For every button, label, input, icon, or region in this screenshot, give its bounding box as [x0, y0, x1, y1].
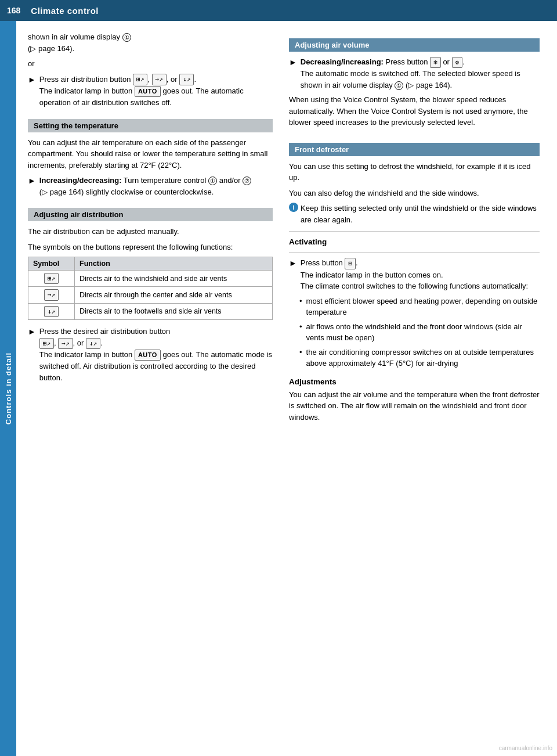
btn-windshield-press: ⊞↗	[39, 338, 54, 349]
press-btn-item: ► Press button ⊟. The indicator lamp in …	[289, 257, 540, 291]
temp-para: You can adjust the air temperature on ea…	[28, 137, 273, 171]
climate-switches: The climate control switches to the foll…	[301, 282, 528, 290]
decreasing-label: Decreasing/increasing:	[301, 57, 384, 66]
subsection-activating: Activating	[289, 237, 540, 246]
section-header-temp: Setting the temperature	[28, 119, 273, 132]
arrow-icon-4: ►	[289, 56, 297, 91]
table-col2: Function	[75, 257, 273, 271]
sidebar: Controls in detail	[0, 21, 16, 756]
info-text: Keep this setting selected only until th…	[301, 203, 540, 225]
circle-1: ①	[208, 177, 217, 185]
btn-blower: ⚙	[452, 57, 463, 68]
table-row: ↓↗ Directs air to the footwells and side…	[28, 303, 273, 319]
header-bar: 168 Climate control	[0, 0, 557, 21]
btn-footwell-table: ↓↗	[44, 306, 59, 317]
section-header-front-def: Front defroster	[289, 143, 540, 156]
front-def-para2: You can also defog the windshield and th…	[289, 188, 540, 199]
divider-1	[289, 231, 540, 232]
btn-snowflake: ❄	[430, 57, 441, 68]
section-header-air-dist: Adjusting air distribution	[28, 208, 273, 221]
arrow-icon-5: ►	[289, 257, 297, 291]
main-content: shown in air volume display ① (▷ page 16…	[16, 21, 557, 437]
indicator-text-1a: The indicator lamp in button	[39, 87, 132, 95]
page-number: 168	[7, 6, 20, 15]
btn-footwell-press: ↓↗	[86, 338, 100, 349]
function-1: Directs air to the windshield and side a…	[75, 271, 273, 287]
intro-para: shown in air volume display ① (▷ page 16…	[28, 31, 273, 54]
air-dist-para1: The air distribution can be adjusted man…	[28, 226, 273, 237]
page-ref-164: (▷ page 164).	[406, 81, 452, 89]
bullet-text-2: air flows onto the windshield and the fr…	[306, 321, 540, 344]
arrow-icon-2: ►	[28, 175, 36, 197]
air-dist-para2: The symbols on the buttons represent the…	[28, 242, 273, 253]
divider-2	[289, 252, 540, 253]
or-text: or	[28, 58, 273, 70]
subsection-adjustments: Adjustments	[289, 377, 540, 386]
btn-center-press: →↗	[58, 338, 73, 349]
symbol-3: ↓↗	[28, 303, 75, 319]
bullet-list: • most efficient blower speed and heatin…	[289, 296, 540, 369]
circle-7: ⑦	[243, 177, 251, 185]
sidebar-label: Controls in detail	[4, 352, 13, 424]
increasing-label: Increasing/decreasing:	[39, 176, 122, 185]
auto-btn-1: AUTO	[135, 86, 161, 97]
info-block: i Keep this setting selected only until …	[289, 203, 540, 225]
auto-btn-2: AUTO	[135, 350, 161, 361]
press-air-dist-item: ► Press air distribution button ⊞↗, →↗, …	[28, 74, 273, 109]
increasing-item: ► Increasing/decreasing: Turn temperatur…	[28, 175, 273, 197]
intro-text-1: shown in air volume display	[28, 33, 120, 41]
decreasing-text: Decreasing/increasing: Press button ❄ or…	[301, 56, 540, 91]
btn-windshield-table: ⊞↗	[44, 273, 59, 284]
arrow-icon-1: ►	[28, 74, 36, 109]
btn-defroster: ⊟	[345, 258, 356, 269]
symbol-1: ⊞↗	[28, 271, 75, 287]
bullet-dot-1: •	[299, 296, 302, 318]
table-col1: Symbol	[28, 257, 75, 271]
press-btn-text: Press button ⊟. The indicator lamp in th…	[301, 257, 528, 291]
chapter-title: Climate control	[31, 6, 99, 16]
function-2: Directs air through the center and side …	[75, 287, 273, 303]
section-header-adj-vol: Adjusting air volume	[289, 38, 540, 52]
info-icon: i	[289, 203, 298, 212]
symbol-2: →↗	[28, 287, 75, 303]
lamp-comes-on: The indicator lamp in the button comes o…	[301, 271, 443, 279]
page-ref-temp: (▷ page 164) slightly clockwise or count…	[39, 188, 214, 196]
btn-center-left: →↗	[152, 74, 167, 85]
indicator-text-3: The indicator lamp in button	[39, 350, 132, 359]
intro-text-2: (▷ page 164).	[28, 44, 74, 53]
circle-11-right: ①	[395, 81, 403, 90]
bullet-text-3: the air conditioning compressor switches…	[306, 347, 540, 369]
table-row: ⊞↗ Directs air to the windshield and sid…	[28, 271, 273, 287]
circle-11-left: ①	[122, 33, 131, 42]
arrow-icon-3: ►	[28, 326, 36, 383]
press-air-dist-text: Press air distribution button ⊞↗, →↗, or…	[39, 74, 273, 109]
btn-windshield-left: ⊞↗	[133, 74, 147, 85]
bullet-item-3: • the air conditioning compressor switch…	[299, 347, 540, 369]
left-column: shown in air volume display ① (▷ page 16…	[16, 31, 283, 427]
voice-control-para: When using the Voice Control System, the…	[289, 94, 540, 128]
press-desired-text: Press the desired air distribution butto…	[39, 326, 273, 383]
watermark: carmanualonline.info	[499, 745, 552, 751]
increasing-text: Increasing/decreasing: Turn temperature …	[39, 175, 251, 197]
function-3: Directs air to the footwells and side ai…	[75, 303, 273, 319]
bullet-dot-3: •	[299, 347, 302, 369]
decreasing-item: ► Decreasing/increasing: Press button ❄ …	[289, 56, 540, 91]
bullet-dot-2: •	[299, 321, 302, 344]
btn-center-table: →↗	[44, 289, 59, 300]
btn-footwell-left: ↓↗	[179, 74, 194, 85]
adjustments-para: You can adjust the air volume and the te…	[289, 389, 540, 423]
table-row: →↗ Directs air through the center and si…	[28, 287, 273, 303]
right-column: Adjusting air volume ► Decreasing/increa…	[283, 31, 550, 427]
press-desired-item: ► Press the desired air distribution but…	[28, 326, 273, 383]
bullet-text-1: most efficient blower speed and heating …	[306, 296, 540, 318]
air-dist-table: Symbol Function ⊞↗ Directs air to the wi…	[28, 257, 273, 320]
front-def-para1: You can use this setting to defrost the …	[289, 161, 540, 183]
bullet-item-1: • most efficient blower speed and heatin…	[299, 296, 540, 318]
bullet-item-2: • air flows onto the windshield and the …	[299, 321, 540, 344]
adjustments-section: Adjustments You can adjust the air volum…	[289, 377, 540, 423]
